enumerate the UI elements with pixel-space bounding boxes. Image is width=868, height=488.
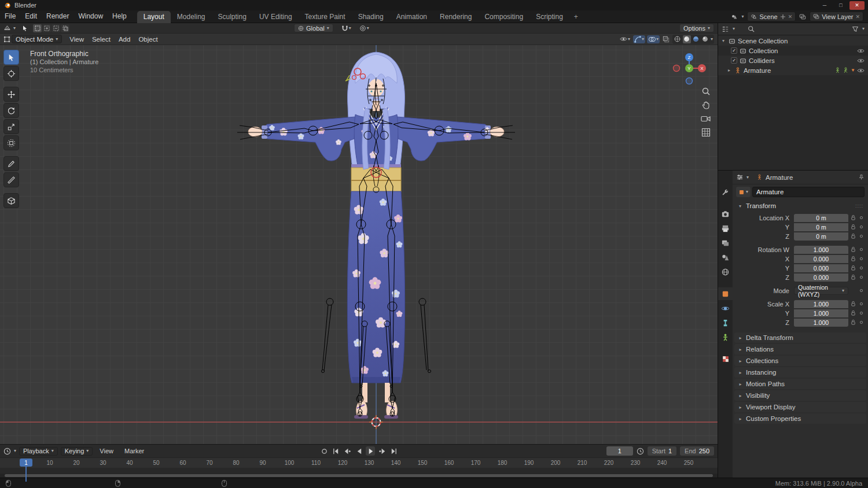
outliner-item-label[interactable]: Colliders bbox=[749, 57, 775, 64]
playback-dropdown[interactable]: Playback ▾ bbox=[19, 447, 58, 456]
lock-icon[interactable] bbox=[848, 310, 858, 316]
properties-tab-data[interactable] bbox=[718, 331, 733, 343]
shading-solid-button[interactable] bbox=[683, 35, 691, 43]
view-layer-selector[interactable]: View Layer ✕ bbox=[810, 12, 863, 21]
field-value[interactable]: 0.000 bbox=[794, 255, 848, 263]
properties-tab-physics[interactable] bbox=[718, 302, 733, 315]
topbar-menu-item[interactable]: Edit bbox=[20, 10, 42, 23]
workspace-tab[interactable]: Sculpting bbox=[212, 11, 253, 23]
lock-icon[interactable] bbox=[848, 246, 858, 253]
timeline-editor-type-icon[interactable] bbox=[3, 448, 11, 455]
workspace-tab[interactable]: Compositing bbox=[478, 11, 529, 23]
animate-dot[interactable] bbox=[858, 225, 865, 228]
panel-grip-icon[interactable]: :::: bbox=[855, 203, 863, 209]
visibility-eye-icon[interactable] bbox=[857, 48, 865, 54]
current-frame-field[interactable]: 1 bbox=[606, 446, 633, 456]
editor-type-icon[interactable] bbox=[3, 24, 11, 32]
field-value[interactable]: 1.000 bbox=[794, 309, 848, 317]
tool-cursor[interactable] bbox=[3, 66, 19, 81]
viewport-menu-item[interactable]: Select bbox=[88, 36, 115, 43]
shading-material-button[interactable] bbox=[692, 35, 700, 43]
frame-start-field[interactable]: Start 1 bbox=[648, 446, 676, 456]
autokey-record-icon[interactable] bbox=[319, 446, 329, 456]
browse-view-layer-icon[interactable] bbox=[799, 13, 806, 20]
topbar-menu-item[interactable]: File bbox=[0, 10, 20, 23]
lock-icon[interactable] bbox=[848, 301, 858, 307]
outliner-row-armature[interactable]: ▸ Armature ▼ bbox=[718, 65, 868, 75]
object-id-dropdown[interactable]: ▾ bbox=[736, 187, 751, 197]
properties-tab-constraints[interactable] bbox=[718, 316, 733, 329]
select-mode-extend[interactable] bbox=[42, 24, 51, 32]
workspace-tab[interactable]: Rendering bbox=[433, 11, 478, 23]
transform-panel-header[interactable]: ▾ Transform :::: bbox=[733, 199, 868, 212]
shading-rendered-button[interactable] bbox=[701, 35, 709, 43]
tool-add-cube[interactable] bbox=[3, 193, 19, 208]
timeline-ruler[interactable]: 1020304050607080901001101201301401501601… bbox=[0, 457, 718, 468]
collapsed-panel-header[interactable]: ▸ Collections bbox=[734, 356, 866, 366]
properties-editor-type-icon[interactable] bbox=[736, 173, 744, 181]
pin-icon[interactable] bbox=[858, 174, 865, 180]
prev-keyframe-button[interactable] bbox=[343, 446, 352, 456]
visibility-eye-icon[interactable] bbox=[857, 58, 865, 64]
disclosure-triangle-icon[interactable]: ▾ bbox=[720, 38, 726, 43]
maximize-button[interactable]: □ bbox=[833, 1, 848, 10]
unlink-view-layer-icon[interactable]: ✕ bbox=[855, 14, 860, 20]
topbar-menu-item[interactable]: Render bbox=[42, 10, 73, 23]
options-dropdown[interactable]: Options ▾ bbox=[679, 24, 714, 32]
workspace-tab[interactable]: UV Editing bbox=[253, 11, 299, 23]
tool-rotate[interactable] bbox=[3, 103, 19, 118]
collapsed-panel-header[interactable]: ▸ Motion Paths bbox=[734, 379, 866, 389]
properties-tab-render[interactable] bbox=[718, 208, 733, 220]
outliner-row-collection[interactable]: ✓ Collection bbox=[718, 46, 868, 56]
select-mode-subtract[interactable] bbox=[52, 24, 60, 32]
collapsed-panel-header[interactable]: ▸ Visibility bbox=[734, 390, 866, 401]
animate-dot[interactable] bbox=[858, 321, 865, 324]
camera-view-icon[interactable] bbox=[701, 114, 711, 123]
timeline-scrollbar[interactable] bbox=[0, 474, 718, 478]
close-button[interactable]: ✕ bbox=[849, 1, 865, 10]
tool-scale[interactable] bbox=[3, 119, 19, 134]
playhead[interactable]: 1 bbox=[20, 459, 32, 467]
new-scene-icon[interactable] bbox=[780, 14, 786, 20]
collapsed-panel-header[interactable]: ▸ Custom Properties bbox=[734, 413, 866, 424]
rotation-mode-dropdown[interactable]: Quaternion (WXYZ) ▾ bbox=[794, 287, 848, 295]
ortho-grid-icon[interactable] bbox=[701, 128, 711, 137]
pose-icon[interactable] bbox=[843, 67, 849, 73]
tool-transform[interactable] bbox=[3, 135, 19, 150]
field-value[interactable]: 0 m bbox=[794, 223, 848, 231]
animate-dot[interactable] bbox=[858, 235, 865, 238]
outliner-search-icon[interactable] bbox=[748, 25, 755, 32]
properties-tab-view-layer[interactable] bbox=[718, 236, 733, 249]
viewport-menu-item[interactable]: Add bbox=[115, 36, 134, 43]
jump-to-start-button[interactable] bbox=[331, 446, 340, 456]
shading-wireframe-button[interactable] bbox=[674, 35, 682, 43]
select-mode-new[interactable] bbox=[33, 24, 42, 32]
tool-move[interactable] bbox=[3, 87, 19, 102]
play-button[interactable] bbox=[366, 446, 375, 456]
topbar-menu-item[interactable]: Window bbox=[73, 10, 108, 23]
outliner-item-label[interactable]: Scene Collection bbox=[738, 38, 788, 45]
properties-tab-texture[interactable] bbox=[718, 353, 733, 365]
timeline-marker-menu[interactable]: Marker bbox=[120, 448, 148, 454]
topbar-menu-item[interactable]: Help bbox=[108, 10, 131, 23]
timeline-scrollbar-thumb[interactable] bbox=[5, 474, 713, 477]
playback-sync-clock-icon[interactable] bbox=[637, 448, 644, 455]
properties-tab-tool[interactable] bbox=[718, 186, 733, 198]
collapsed-panel-header[interactable]: ▸ Viewport Display bbox=[734, 402, 866, 412]
properties-tab-output[interactable] bbox=[718, 222, 733, 235]
axis-gizmo[interactable]: Z X Y bbox=[671, 51, 707, 88]
workspace-tab[interactable]: Shading bbox=[352, 11, 390, 23]
collapsed-panel-header[interactable]: ▸ Instancing bbox=[734, 367, 866, 378]
snap-toggle[interactable]: ▾ bbox=[340, 24, 352, 32]
xray-toggle[interactable] bbox=[661, 35, 671, 43]
constraint-badge-icon[interactable]: ▼ bbox=[851, 68, 855, 73]
show-hide-dropdown[interactable]: ▾ bbox=[619, 35, 631, 43]
zoom-icon[interactable] bbox=[701, 87, 711, 96]
lock-icon[interactable] bbox=[848, 224, 858, 230]
properties-tab-object[interactable] bbox=[718, 287, 733, 300]
collection-checkbox[interactable]: ✓ bbox=[731, 47, 737, 54]
field-value[interactable]: 0 m bbox=[794, 232, 848, 241]
add-workspace-button[interactable]: + bbox=[569, 13, 583, 21]
pan-hand-icon[interactable] bbox=[701, 101, 711, 110]
viewport-menu-item[interactable]: Object bbox=[134, 36, 161, 43]
